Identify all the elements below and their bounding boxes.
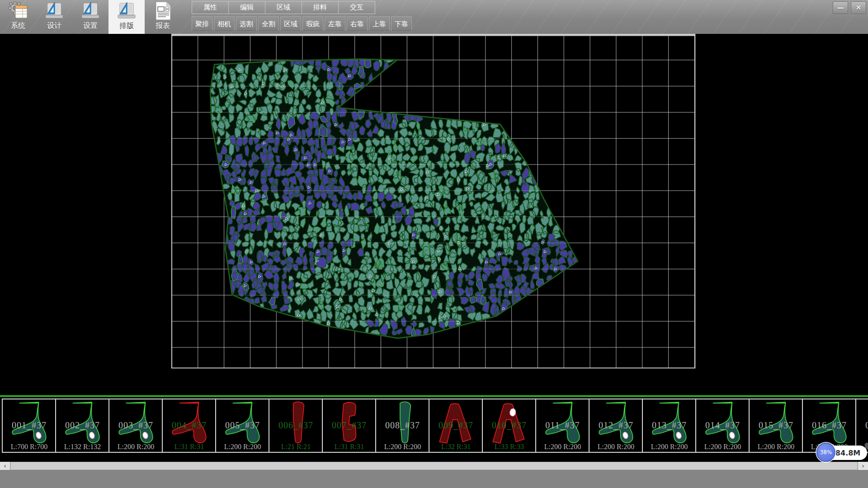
thumbnail-name: 001_#37 (3, 420, 56, 431)
thumbnail-lr-count: L:200 R:200 (376, 443, 429, 451)
thumbnail-lr-count: L:21 R:21 (269, 443, 322, 451)
thumbnail-lr-count: L:200 R:200 (216, 443, 269, 451)
thumbnail-name: 015_#37 (750, 420, 802, 431)
hide-thumbnail-015_#37[interactable]: 015_#37 L:200 R:200 (749, 399, 803, 453)
status-footer (0, 470, 868, 488)
thumbnail-name: 017_#37 (856, 420, 868, 431)
hide-thumbnail-strip: 001_#37 L:700 R:700 002_#37 L:132 R:132 … (0, 399, 868, 453)
nesting-canvas[interactable] (0, 34, 868, 462)
scrollbar-thumb[interactable] (10, 462, 858, 470)
horizontal-scrollbar[interactable]: ‹ › (0, 462, 868, 470)
tool-button-上靠-8[interactable]: 上靠 (369, 16, 390, 31)
hide-thumbnail-009_#37[interactable]: 009_#37 L:32 R:31 (429, 399, 483, 453)
ribbon-tabs: 属性编辑区域排料交互 (192, 1, 375, 14)
menu-tab-交互[interactable]: 交互 (338, 1, 375, 14)
hide-thumbnail-006_#37[interactable]: 006_#37 L:21 R:21 (269, 399, 323, 453)
thumbnail-lr-count: L:200 R:200 (750, 443, 802, 451)
laptop-ruler-icon (116, 1, 137, 20)
gear-table-icon (8, 1, 28, 20)
module-button-系统[interactable]: 系统 (0, 0, 36, 34)
report-icon (152, 1, 173, 20)
thumbnail-name: 009_#37 (429, 420, 482, 431)
thumbnail-lr-count: L:33 R:33 (483, 443, 536, 451)
hide-thumbnail-008_#37[interactable]: 008_#37 L:200 R:200 (375, 399, 430, 453)
module-label: 设置 (83, 21, 98, 31)
hide-thumbnail-010_#37[interactable]: 010_#37 L:33 R:33 (482, 399, 537, 453)
thumbnail-name: 004_#37 (163, 420, 216, 431)
hide-thumbnail-007_#37[interactable]: 007_#37 L:31 R:31 (322, 399, 377, 453)
menu-tab-区域[interactable]: 区域 (265, 1, 302, 14)
thumbnail-lr-count: L:200 R:200 (536, 443, 589, 451)
window-controls: — ✕ (833, 1, 866, 14)
tool-button-下靠-9[interactable]: 下靠 (391, 16, 412, 31)
module-bar: 系统 设计 设置 排版 (0, 0, 181, 34)
hide-thumbnail-013_#37[interactable]: 013_#37 L:200 R:200 (642, 399, 697, 453)
close-button[interactable]: ✕ (851, 1, 866, 14)
module-button-设计[interactable]: 设计 (36, 0, 72, 34)
hide-thumbnail-012_#37[interactable]: 012_#37 L:200 R:200 (589, 399, 643, 453)
menu-tab-编辑[interactable]: 编辑 (228, 1, 265, 14)
hide-thumbnail-002_#37[interactable]: 002_#37 L:132 R:132 (55, 399, 110, 453)
tool-button-区域-4[interactable]: 区域 (280, 16, 301, 31)
thumbnail-name: 013_#37 (643, 420, 696, 431)
thumbnail-name: 010_#37 (483, 420, 536, 431)
plug-icon (865, 443, 868, 448)
module-label: 报表 (156, 21, 170, 31)
thumbnail-name: 006_#37 (269, 420, 322, 431)
thumbnail-lr-count: L:200 R:200 (590, 443, 642, 451)
strip-separator (0, 395, 868, 397)
laptop-ruler-icon (44, 1, 65, 20)
thumbnail-name: 014_#37 (696, 420, 749, 431)
tool-button-选割-2[interactable]: 选割 (236, 16, 257, 31)
module-label: 设计 (47, 21, 61, 31)
thumbnail-name: 016_#37 (803, 420, 856, 431)
thumbnail-lr-count: L:700 R:700 (3, 443, 56, 451)
thumbnail-name: 002_#37 (56, 420, 109, 431)
tool-button-相机-1[interactable]: 相机 (214, 16, 235, 31)
tool-button-右靠-7[interactable]: 右靠 (347, 16, 368, 31)
scroll-left-button[interactable]: ‹ (0, 462, 10, 470)
thumbnail-name: 011_#37 (536, 420, 589, 431)
menu-tab-排料[interactable]: 排料 (302, 1, 338, 14)
thumbnail-lr-count: L:200 R:200 (109, 443, 162, 451)
module-label: 系统 (11, 21, 25, 31)
thumbnail-lr-count: L:31 R:31 (163, 443, 216, 451)
laptop-ruler-icon (80, 1, 101, 20)
tool-button-聚排-0[interactable]: 聚排 (192, 16, 212, 31)
tool-buttons: 聚排相机选割全割区域瑕疵左靠右靠上靠下靠 (192, 16, 412, 31)
hide-thumbnail-001_#37[interactable]: 001_#37 L:700 R:700 (2, 399, 57, 453)
hide-thumbnail-005_#37[interactable]: 005_#37 L:200 R:200 (215, 399, 270, 453)
tool-button-全割-3[interactable]: 全割 (258, 16, 279, 31)
main-toolbar: 系统 设计 设置 排版 (0, 0, 868, 34)
module-label: 排版 (119, 21, 134, 31)
hide-thumbnail-011_#37[interactable]: 011_#37 L:200 R:200 (535, 399, 590, 453)
percent-circle: 38% (816, 443, 835, 462)
menu-tab-属性[interactable]: 属性 (192, 1, 228, 14)
thumbnail-lr-count: L:200 R:200 (643, 443, 696, 451)
thumbnail-name: 005_#37 (216, 420, 269, 431)
module-button-设置[interactable]: 设置 (72, 0, 108, 34)
thumbnail-name: 012_#37 (590, 420, 642, 431)
minimize-button[interactable]: — (833, 1, 848, 14)
module-button-报表[interactable]: 报表 (145, 0, 181, 34)
thumbnail-name: 003_#37 (109, 420, 162, 431)
hide-thumbnail-003_#37[interactable]: 003_#37 L:200 R:200 (108, 399, 163, 453)
thumbnail-lr-count: L:32 R:31 (429, 443, 482, 451)
thumbnail-lr-count: L:132 R:132 (56, 443, 109, 451)
thumbnail-name: 007_#37 (323, 420, 376, 431)
tool-button-左靠-6[interactable]: 左靠 (325, 16, 345, 31)
module-button-排版[interactable]: 排版 (108, 0, 145, 34)
scroll-right-button[interactable]: › (858, 462, 868, 470)
tool-button-瑕疵-5[interactable]: 瑕疵 (302, 16, 323, 31)
thumbnail-name: 008_#37 (376, 420, 429, 431)
hide-thumbnail-014_#37[interactable]: 014_#37 L:200 R:200 (695, 399, 750, 453)
hide-thumbnail-004_#37[interactable]: 004_#37 L:31 R:31 (162, 399, 217, 453)
thumbnail-lr-count: L:200 R:200 (696, 443, 749, 451)
thumbnail-lr-count: L:31 R:31 (323, 443, 376, 451)
